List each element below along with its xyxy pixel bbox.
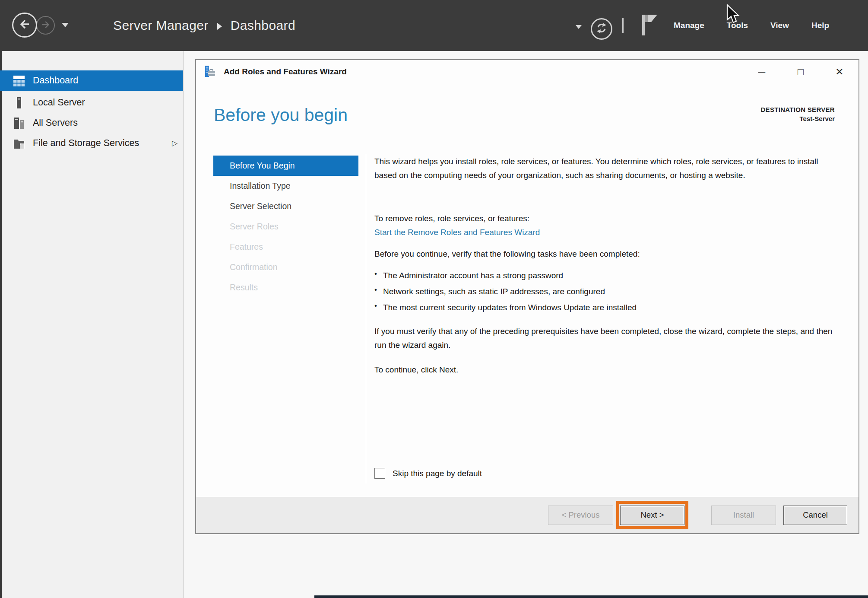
topbar-divider <box>622 18 624 33</box>
forward-arrow-icon <box>41 19 51 32</box>
sidebar-item-label: File and Storage Services <box>33 138 139 149</box>
prerequisite-item: The most current security updates from W… <box>374 301 841 317</box>
step-installation-type[interactable]: Installation Type <box>213 176 358 196</box>
page-title: Before you begin <box>214 105 348 125</box>
sidebar-item-label: Dashboard <box>33 75 78 86</box>
step-before-you-begin[interactable]: Before You Begin <box>213 156 358 176</box>
steps-content-divider <box>366 154 366 483</box>
server-tower-icon <box>13 97 25 109</box>
remove-roles-wizard-link[interactable]: Start the Remove Roles and Features Wiza… <box>374 226 841 239</box>
destination-server-label: DESTINATION SERVER <box>760 106 835 113</box>
topbar-menus: Manage Tools View Help <box>674 0 829 51</box>
dialog-title: Add Roles and Features Wizard <box>224 67 347 76</box>
skip-page-checkbox[interactable] <box>374 468 385 479</box>
wizard-footer: < Previous Next > Install Cancel <box>196 497 858 533</box>
breadcrumb-separator-icon <box>217 23 222 30</box>
step-results: Results <box>213 277 358 298</box>
sidebar-item-dashboard[interactable]: Dashboard <box>0 70 183 91</box>
app-title: Server Manager <box>113 18 209 33</box>
destination-server-block: DESTINATION SERVER Test-Server <box>760 106 835 122</box>
prerequisite-item: Network settings, such as static IP addr… <box>374 285 841 301</box>
wizard-intro-text: This wizard helps you install roles, rol… <box>374 155 841 182</box>
wizard-window-icon <box>205 65 218 80</box>
step-server-selection[interactable]: Server Selection <box>213 196 358 216</box>
notifications-flag-icon[interactable] <box>641 13 658 39</box>
refresh-button[interactable] <box>591 18 612 40</box>
refresh-dropdown-caret-icon[interactable] <box>576 25 582 29</box>
skip-page-row: Skip this page by default <box>374 468 482 479</box>
servers-icon <box>13 117 25 129</box>
previous-button: < Previous <box>548 506 613 525</box>
next-button[interactable]: Next > <box>620 506 684 525</box>
breadcrumb: Server Manager Dashboard <box>113 0 295 51</box>
continue-hint-text: To continue, click Next. <box>374 363 841 377</box>
maximize-button[interactable]: □ <box>793 65 808 79</box>
sidebar-item-label: All Servers <box>33 118 78 128</box>
taskbar-edge <box>314 595 868 598</box>
menu-help[interactable]: Help <box>811 21 829 30</box>
step-features: Features <box>213 237 358 257</box>
add-roles-features-wizard-window: Add Roles and Features Wizard ─ □ ✕ Befo… <box>195 59 859 534</box>
destination-server-name: Test-Server <box>760 115 835 122</box>
forward-button[interactable] <box>36 16 55 35</box>
dashboard-grid-icon <box>13 75 25 87</box>
server-manager-topbar: Server Manager Dashboard Manage Tools Vi… <box>0 0 868 51</box>
cancel-button[interactable]: Cancel <box>783 506 847 525</box>
mouse-cursor <box>726 4 742 27</box>
menu-view[interactable]: View <box>770 21 789 30</box>
verify-note-text: If you must verify that any of the prece… <box>374 324 841 352</box>
sidebar-item-all-servers[interactable]: All Servers <box>0 113 183 133</box>
prerequisite-item: The Administrator account has a strong p… <box>374 269 841 285</box>
nav-history-dropdown-icon[interactable] <box>62 23 69 27</box>
sidebar-item-file-storage-services[interactable]: File and Storage Services ▷ <box>0 133 183 153</box>
step-server-roles: Server Roles <box>213 216 358 237</box>
remove-roles-heading: To remove roles, role services, or featu… <box>374 212 841 226</box>
wizard-steps-nav: Before You Begin Installation Type Serve… <box>213 156 358 298</box>
back-button[interactable] <box>12 13 37 38</box>
folder-icon <box>13 137 25 150</box>
prerequisite-list: The Administrator account has a strong p… <box>374 269 841 317</box>
expand-chevron-icon[interactable]: ▷ <box>172 139 177 148</box>
skip-page-label[interactable]: Skip this page by default <box>393 469 482 478</box>
close-button[interactable]: ✕ <box>832 65 847 79</box>
breadcrumb-current[interactable]: Dashboard <box>231 18 295 33</box>
sidebar-item-local-server[interactable]: Local Server <box>0 92 183 113</box>
install-button: Install <box>711 506 776 525</box>
navigation-sidebar: Dashboard Local Server All Servers <box>0 51 184 598</box>
refresh-icon <box>596 22 608 36</box>
sidebar-item-label: Local Server <box>33 97 85 108</box>
back-arrow-icon <box>18 18 31 32</box>
step-confirmation: Confirmation <box>213 257 358 277</box>
menu-manage[interactable]: Manage <box>674 21 704 30</box>
verify-tasks-heading: Before you continue, verify that the fol… <box>374 247 841 261</box>
minimize-button[interactable]: ─ <box>754 65 770 79</box>
